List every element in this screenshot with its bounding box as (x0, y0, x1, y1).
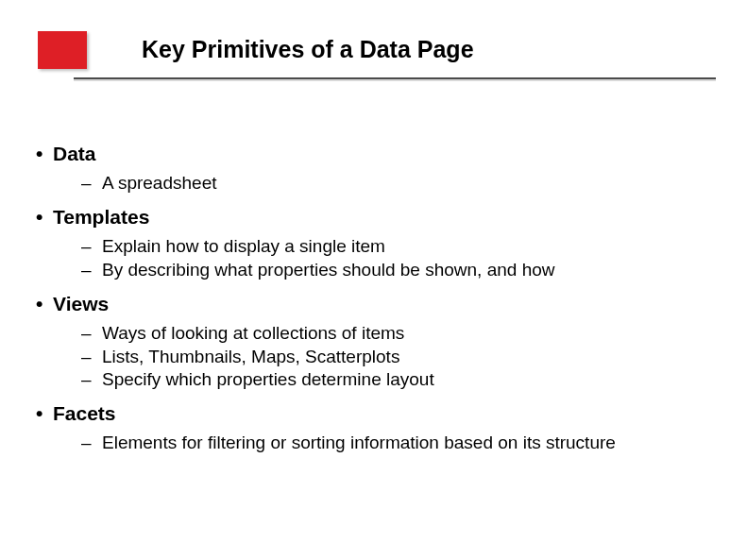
bullet-facets: •Facets (36, 401, 719, 426)
sub-group-templates: –Explain how to display a single item –B… (81, 235, 719, 281)
slide-title: Key Primitives of a Data Page (142, 36, 474, 63)
sub-text: Lists, Thumbnails, Maps, Scatterplots (102, 347, 399, 366)
dash-icon: – (81, 432, 102, 455)
bullet-label: Data (53, 143, 96, 164)
sub-group-facets: –Elements for filtering or sorting infor… (81, 432, 719, 455)
sub-text: Explain how to display a single item (102, 236, 385, 256)
sub-item: –Ways of looking at collections of items (81, 322, 719, 346)
bullet-label: Views (53, 293, 109, 314)
bullet-dot-icon: • (36, 205, 53, 229)
slide-body: •Data –A spreadsheet •Templates –Explain… (36, 142, 719, 465)
decorative-red-square-icon (38, 31, 87, 69)
dash-icon: – (81, 172, 102, 195)
sub-group-views: –Ways of looking at collections of items… (81, 322, 719, 392)
bullet-label: Facets (53, 402, 116, 424)
sub-group-data: –A spreadsheet (81, 172, 719, 195)
slide: Key Primitives of a Data Page •Data –A s… (0, 0, 747, 560)
bullet-dot-icon: • (36, 142, 53, 166)
dash-icon: – (81, 346, 102, 369)
slide-header: Key Primitives of a Data Page (0, 0, 747, 94)
sub-item: –Specify which properties determine layo… (81, 368, 719, 392)
bullet-label: Templates (53, 206, 149, 228)
sub-item: –A spreadsheet (81, 172, 719, 195)
sub-item: –Explain how to display a single item (81, 235, 719, 259)
dash-icon: – (81, 368, 102, 392)
bullet-data: •Data (36, 142, 719, 166)
bullet-dot-icon: • (36, 401, 53, 426)
sub-text: A spreadsheet (102, 173, 216, 193)
sub-item: –Lists, Thumbnails, Maps, Scatterplots (81, 346, 719, 369)
sub-item: –By describing what properties should be… (81, 259, 719, 282)
title-underline-light (74, 79, 716, 81)
sub-text: By describing what properties should be … (102, 260, 555, 280)
sub-item: –Elements for filtering or sorting infor… (81, 432, 719, 455)
dash-icon: – (81, 259, 102, 282)
dash-icon: – (81, 322, 102, 346)
sub-text: Specify which properties determine layou… (102, 369, 434, 389)
bullet-templates: •Templates (36, 205, 719, 229)
sub-text: Elements for filtering or sorting inform… (102, 433, 616, 452)
dash-icon: – (81, 235, 102, 259)
bullet-dot-icon: • (36, 292, 53, 316)
bullet-views: •Views (36, 292, 719, 316)
sub-text: Ways of looking at collections of items (102, 323, 404, 343)
